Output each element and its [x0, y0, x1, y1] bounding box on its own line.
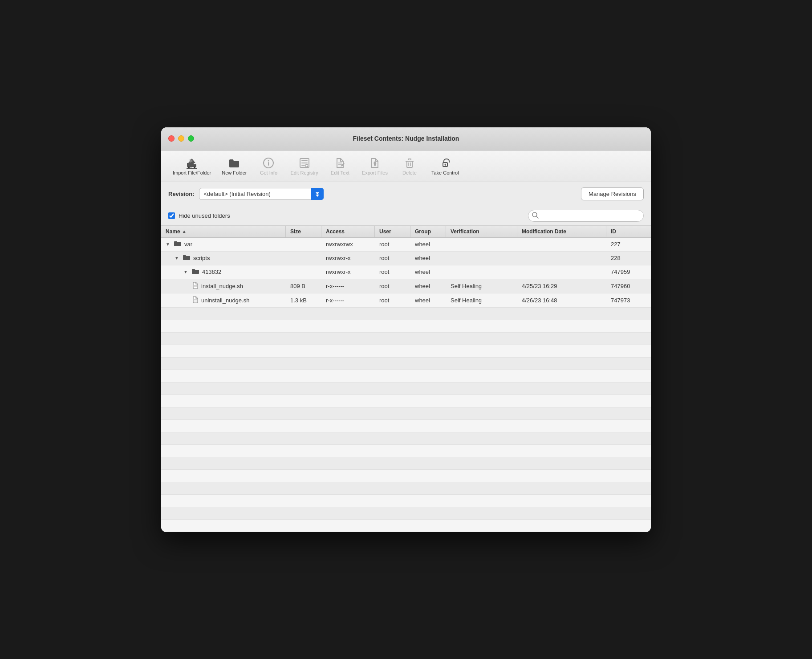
- export-files-label: Export Files: [362, 170, 388, 175]
- export-files-icon: [369, 157, 381, 169]
- row-access: rwxrwxr-x: [321, 252, 375, 264]
- toolbar-edit-registry[interactable]: Edit Registry: [286, 154, 322, 178]
- toolbar-new-folder[interactable]: New Folder: [217, 154, 251, 178]
- th-modification-date[interactable]: Modification Date: [517, 226, 606, 237]
- manage-revisions-button[interactable]: Manage Revisions: [581, 187, 644, 200]
- svg-line-32: [536, 216, 538, 218]
- name-cell: ▼ 413832: [161, 265, 286, 279]
- disclosure-arrow[interactable]: ▼: [175, 256, 179, 260]
- row-modification-date: 4/25/23 16:29: [517, 280, 606, 292]
- table-row[interactable]: ▼ 413832 rwxrwxr-x root wheel 747959: [161, 265, 651, 279]
- table-row[interactable]: install_nudge.sh 809 B r-x------ root wh…: [161, 279, 651, 293]
- empty-row: [161, 457, 651, 470]
- svg-marker-29: [316, 192, 319, 195]
- new-folder-icon: [228, 157, 240, 169]
- delete-label: Delete: [402, 170, 417, 175]
- svg-line-20: [341, 165, 341, 167]
- table-body: ▼ var rwxrwxrwx root wheel 227 ▼: [161, 238, 651, 532]
- search-box: [528, 210, 644, 222]
- row-access: rwxrwxr-x: [321, 266, 375, 278]
- revision-left: Revision: <default> (Initial Revision): [168, 188, 324, 200]
- row-user: root: [375, 280, 410, 292]
- th-access[interactable]: Access: [321, 226, 375, 237]
- hide-unused-folders-label[interactable]: Hide unused folders: [168, 212, 230, 219]
- svg-rect-10: [268, 162, 269, 166]
- row-group: wheel: [410, 238, 446, 250]
- th-id[interactable]: ID: [606, 226, 651, 237]
- svg-rect-14: [301, 165, 305, 166]
- search-input[interactable]: [528, 210, 644, 222]
- svg-rect-12: [301, 160, 308, 161]
- get-info-icon: [262, 157, 275, 169]
- toolbar-import-file-folder[interactable]: Import File/Folder: [168, 154, 215, 178]
- toolbar-edit-text[interactable]: Edit Text: [325, 154, 356, 178]
- revision-select[interactable]: <default> (Initial Revision): [199, 188, 324, 200]
- sort-arrow-name: ▲: [182, 229, 187, 234]
- row-size: [286, 256, 321, 261]
- row-group: wheel: [410, 294, 446, 306]
- empty-row: [161, 370, 651, 382]
- revision-label: Revision:: [168, 191, 195, 197]
- row-user: root: [375, 294, 410, 306]
- toolbar-get-info[interactable]: Get Info: [253, 154, 284, 178]
- th-group[interactable]: Group: [410, 226, 446, 237]
- main-window: Fileset Contents: Nudge Installation Imp…: [161, 127, 651, 532]
- row-size: 1.3 kB: [286, 294, 321, 306]
- edit-registry-icon: [298, 157, 311, 169]
- row-id: 747959: [606, 266, 651, 278]
- row-group: wheel: [410, 252, 446, 264]
- svg-rect-13: [301, 163, 308, 163]
- revision-select-arrow: [311, 188, 324, 200]
- edit-text-icon: [334, 157, 346, 169]
- th-name[interactable]: Name ▲: [161, 226, 286, 237]
- empty-row: [161, 320, 651, 333]
- row-name: install_nudge.sh: [201, 283, 243, 289]
- empty-row: [161, 470, 651, 482]
- import-file-folder-label: Import File/Folder: [173, 170, 211, 175]
- row-group: wheel: [410, 280, 446, 292]
- row-user: root: [375, 238, 410, 250]
- name-cell: uninstall_nudge.sh: [161, 293, 286, 307]
- toolbar-export-files[interactable]: Export Files: [357, 154, 392, 178]
- row-access: r-x------: [321, 280, 375, 292]
- table-row[interactable]: ▼ var rwxrwxrwx root wheel 227: [161, 238, 651, 252]
- hide-unused-folders-checkbox[interactable]: [168, 212, 175, 219]
- toolbar-delete[interactable]: Delete: [394, 154, 425, 178]
- row-name: 413832: [202, 268, 221, 275]
- maximize-button[interactable]: [188, 135, 194, 142]
- delete-icon: [403, 157, 416, 169]
- row-verification: [446, 242, 517, 247]
- row-modification-date: [517, 256, 606, 261]
- empty-row: [161, 445, 651, 457]
- row-modification-date: [517, 269, 606, 275]
- minimize-button[interactable]: [178, 135, 184, 142]
- svg-point-27: [444, 163, 446, 165]
- empty-row: [161, 520, 651, 532]
- new-folder-label: New Folder: [222, 170, 247, 175]
- row-name: uninstall_nudge.sh: [201, 297, 249, 304]
- row-id: 228: [606, 252, 651, 264]
- search-icon: [532, 212, 539, 220]
- empty-row: [161, 382, 651, 395]
- row-modification-date: [517, 242, 606, 247]
- th-user[interactable]: User: [375, 226, 410, 237]
- table-header: Name ▲ Size Access User Group Verificati…: [161, 226, 651, 238]
- th-size[interactable]: Size: [286, 226, 321, 237]
- name-cell: ▼ scripts: [161, 252, 286, 265]
- row-verification: [446, 269, 517, 275]
- svg-marker-30: [316, 195, 319, 197]
- disclosure-arrow[interactable]: ▼: [183, 269, 188, 274]
- disclosure-arrow[interactable]: ▼: [166, 242, 170, 247]
- table-row[interactable]: ▼ scripts rwxrwxr-x root wheel 228: [161, 252, 651, 265]
- revision-selected-value: <default> (Initial Revision): [204, 191, 271, 197]
- content-area: Name ▲ Size Access User Group Verificati…: [161, 226, 651, 532]
- row-verification: Self Healing: [446, 294, 517, 306]
- folder-icon: [183, 254, 191, 262]
- close-button[interactable]: [168, 135, 175, 142]
- row-id: 747960: [606, 280, 651, 292]
- th-verification[interactable]: Verification: [446, 226, 517, 237]
- row-user: root: [375, 266, 410, 278]
- toolbar-take-control[interactable]: Take Control: [427, 154, 463, 178]
- table-row[interactable]: uninstall_nudge.sh 1.3 kB r-x------ root…: [161, 293, 651, 308]
- empty-row: [161, 420, 651, 432]
